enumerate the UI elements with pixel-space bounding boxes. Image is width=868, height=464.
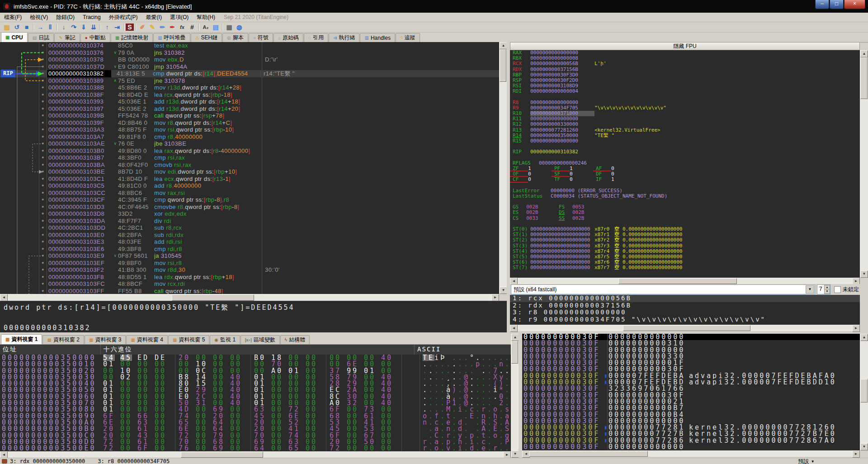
disasm-row[interactable]: ●00000000003103BA48:0F42F0cmovb rsi,rax [0, 161, 499, 169]
pause-icon[interactable]: ‖ [45, 23, 55, 32]
disasm-row[interactable]: ●000000000031038241:813E 5cmp dword ptr … [0, 70, 499, 77]
dump-tab-區域變數[interactable]: [x=]區域變數 [241, 335, 280, 344]
disasm-row[interactable]: ●00000000003103DD4C:2BC1sub r8,rcx [0, 224, 499, 232]
arguments-hscrollbar[interactable]: ◄ ► [510, 325, 860, 331]
comment-icon[interactable]: ✎ [147, 23, 157, 32]
stack-vscrollbar[interactable]: ▲ ▼ [860, 334, 868, 450]
register-row[interactable]: R150000000000000000 [510, 138, 860, 144]
globe-icon[interactable]: ◍ [234, 23, 244, 32]
tab-筆記[interactable]: ✎筆記 [54, 33, 80, 42]
register-row[interactable]: R120000000000330000 [510, 122, 860, 127]
dump-tab-資料視窗 5[interactable]: ▦資料視窗 5 [168, 335, 209, 344]
dump-tab-資料視窗 1[interactable]: ▦資料視窗 1 [1, 334, 42, 344]
disasm-row[interactable]: ●000000000031039745:036E 2add r13d,dword… [0, 105, 499, 113]
dump-row[interactable]: 00000000003500E072006F007600690064006500… [0, 445, 511, 451]
disasm-row[interactable]: ●00000000003103F848:8D55 1lea rdx,qword … [0, 274, 499, 281]
disasm-row[interactable]: ●00000000003103C141:8D4D Flea ecx,qword … [0, 175, 499, 183]
disasm-row[interactable]: ●00000000003103CF4C:3945 Fcmp qword ptr … [0, 196, 499, 204]
stack-row[interactable]: 000000000030F000000000030F [522, 392, 860, 398]
menu-item[interactable]: 檔案(F) [0, 13, 26, 22]
disasm-row[interactable]: ●00000000003103A348:8B75 Fmov rsi,qword … [0, 126, 499, 133]
register-row[interactable]: RCX000000000000056BL'ի' [510, 61, 860, 66]
disasm-row[interactable]: ●00000000003103FFFF55 B8call qword ptr s… [0, 288, 499, 294]
tab-中斷點[interactable]: ●中斷點 [80, 33, 110, 42]
disasm-row[interactable]: ●00000000003103B748:3BF0cmp rsi,rax [0, 154, 499, 161]
menu-item[interactable]: 最愛(I) [142, 13, 166, 22]
stack-row[interactable]: 000000000030F0000000000000 [522, 334, 860, 340]
menu-item[interactable]: 檢視(V) [26, 13, 52, 22]
hide-fpu-button[interactable]: 隱藏 FPU [510, 42, 860, 50]
stack-row[interactable]: 000000000030F0000000000000 [522, 418, 860, 424]
label-icon[interactable]: ✏ [157, 23, 167, 32]
stack-row[interactable]: 000000000030F▮000000007727Bkernel32.0000… [522, 431, 860, 437]
register-row[interactable]: RDI0000000000000004 [510, 89, 860, 94]
tab-原始碼[interactable]: ⌂原始碼 [274, 33, 303, 42]
menu-item[interactable]: 外掛程式(P) [105, 13, 142, 22]
close-button[interactable]: × [844, 0, 865, 9]
step-out-icon[interactable]: ↑ [102, 23, 112, 32]
register-row[interactable]: ST(2)00000000000000000000x87r2空0.0000000… [510, 237, 860, 243]
register-row[interactable]: RFLAGS0000000000000246 [510, 161, 860, 166]
disasm-row[interactable]: ●000000000031038F48:8D4D Elea rcx,qword … [0, 91, 499, 99]
run-icon[interactable]: → [35, 23, 45, 32]
disasm-row[interactable]: ●00000000003103BE8B7D 10mov edi,dword pt… [0, 168, 499, 175]
tab-符號[interactable]: ○符號 [249, 33, 273, 42]
stack-row[interactable]: 000000000030F0000000000310 [522, 340, 860, 346]
register-row[interactable] [510, 155, 860, 161]
registers-hscrollbar[interactable]: ◄ ► [510, 278, 860, 284]
disasm-row[interactable]: ●00000000003103B049:8D80 0lea rax,qword … [0, 147, 499, 155]
open-file-icon[interactable]: ▨ [2, 23, 12, 32]
register-row[interactable]: LastStatusC0000034 (STATUS_OBJECT_NAME_N… [510, 194, 860, 199]
dump-tab-結構體[interactable]: ϟ結構體 [280, 335, 310, 344]
dump-tab-資料視窗 2[interactable]: ▦資料視窗 2 [42, 335, 84, 344]
dump-stack-splitter[interactable] [519, 334, 522, 458]
disasm-hscrollbar[interactable]: ◄ ► [0, 294, 499, 301]
stack-row[interactable]: 000000000030F▮0000000077286kernel32.0000… [522, 437, 860, 444]
disasm-row[interactable]: ●00000000003103E048:2BFAsub rdi,rdx [0, 232, 499, 239]
stack-row[interactable]: 000000000030F00000000000B4 [522, 412, 860, 418]
stack-row[interactable]: 000000000030F▮0000000077281kernel32.0000… [522, 424, 860, 431]
disasm-vscrollbar[interactable]: ▲ ▼ [499, 42, 507, 294]
disasm-row[interactable]: ●00000000003103D833D2xor edx,edx [0, 210, 499, 218]
argument-row[interactable]: 2: rdx 000000000037156B [510, 302, 860, 309]
disasm-row[interactable]: ●00000000003103D34C:0F4645cmovbe r8,qwor… [0, 204, 499, 211]
register-row[interactable]: OF0SF0DF0 [510, 171, 860, 177]
disasm-row[interactable]: ●000000000031039BFF5424 78call qword ptr… [0, 112, 499, 119]
dump-tab-資料視窗 4[interactable]: ▦資料視窗 4 [126, 335, 167, 344]
disasm-row[interactable]: ●000000000031038B45:8B6E 2mov r13d,dword… [0, 84, 499, 91]
register-row[interactable]: RDX000000000037156B [510, 67, 860, 72]
stack-row[interactable]: 000000000030F▮000007FEFDEBDadvapi32.0000… [522, 379, 860, 385]
dump-view[interactable]: 00000000003500005445EDDE20000000B0180000… [0, 355, 511, 451]
stop-icon[interactable]: ■ [22, 23, 32, 32]
tab-日誌[interactable]: ▤日誌 [28, 33, 54, 42]
chevron-down-icon[interactable]: ▼ [806, 285, 814, 294]
disasm-row[interactable]: ●0000000000310376∨79 0Ajns 310382 [0, 49, 499, 57]
restart-icon[interactable]: ↺ [12, 23, 22, 32]
stack-row[interactable]: 000000000030F0000000000021 [522, 398, 860, 405]
stack-view[interactable]: 000000000030F0000000000000000000000030F0… [522, 334, 860, 450]
dump-tab-資料視窗 3[interactable]: ▦資料視窗 3 [85, 335, 126, 344]
disasm-row[interactable]: ●00000000003103E348:03FEadd rdi,rsi [0, 238, 499, 246]
argument-count-stepper[interactable]: 7 ▲ ▼ [817, 284, 830, 294]
disasm-row[interactable]: ●000000000031037D∨E9 C80100jmp 31054A [0, 63, 499, 71]
stack-row[interactable]: 000000000030F000000000030F [522, 366, 860, 372]
disasm-row[interactable]: ●00000000003103E9∨0F87 5601ja 310545 [0, 252, 499, 260]
stack-row[interactable]: 000000000030F3233697061766 [522, 385, 860, 392]
tab-腳本[interactable]: ◎腳本 [222, 33, 248, 42]
disasm-row[interactable]: ●00000000003103EF49:8BF0mov rsi,r8 [0, 260, 499, 267]
tab-引用[interactable]: ◌引用 [304, 33, 328, 42]
disasm-row[interactable]: ●0000000000310389∧75 EDjne 310378 [0, 77, 499, 85]
disasm-row[interactable]: ●00000000003103AE∨76 0Ejbe 3103BE [0, 140, 499, 147]
tab-CPU[interactable]: ▦CPU [1, 32, 28, 42]
register-row[interactable] [510, 95, 860, 100]
register-row[interactable]: RIP0000000000310382 [510, 149, 860, 155]
disasm-row[interactable]: ●000000000031039345:036E 1add r13d,dword… [0, 98, 499, 105]
dump-hscrollbar[interactable]: ◄ ► [0, 451, 511, 458]
register-row[interactable]: ES002BDS002B [510, 210, 860, 215]
disasm-row[interactable]: ●000000000031037485C0test eax,eax [0, 42, 499, 49]
menu-item[interactable]: 除錯(D) [52, 13, 79, 22]
skip-exception-icon[interactable]: S [126, 24, 134, 31]
tab-追蹤[interactable]: ⁖追蹤 [396, 33, 420, 42]
step-over-icon[interactable]: ↷ [69, 23, 79, 32]
eraser-icon[interactable]: ✐ [137, 23, 147, 32]
